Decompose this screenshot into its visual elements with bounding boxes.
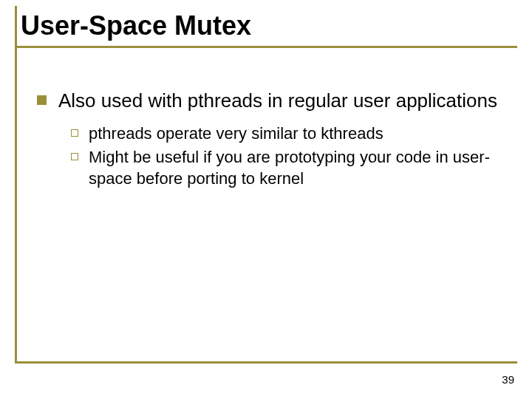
bullet-level2: Might be useful if you are prototyping y…	[71, 147, 502, 189]
bullet-level1-text: Also used with pthreads in regular user …	[58, 89, 497, 113]
title-underline	[17, 46, 517, 48]
bullet-level2-text: pthreads operate very similar to kthread…	[89, 123, 383, 145]
slide: User-Space Mutex Also used with pthreads…	[0, 0, 532, 399]
square-bullet-icon	[37, 95, 47, 105]
bullet-level2-text: Might be useful if you are prototyping y…	[89, 147, 502, 189]
slide-title: User-Space Mutex	[21, 10, 251, 46]
page-number: 39	[502, 373, 514, 386]
bullet-level1: Also used with pthreads in regular user …	[37, 89, 502, 113]
slide-body: Also used with pthreads in regular user …	[37, 89, 502, 192]
bullet-level2-group: pthreads operate very similar to kthread…	[71, 123, 502, 190]
hollow-square-bullet-icon	[71, 129, 78, 137]
bullet-level2: pthreads operate very similar to kthread…	[71, 123, 502, 145]
hollow-square-bullet-icon	[71, 153, 78, 160]
